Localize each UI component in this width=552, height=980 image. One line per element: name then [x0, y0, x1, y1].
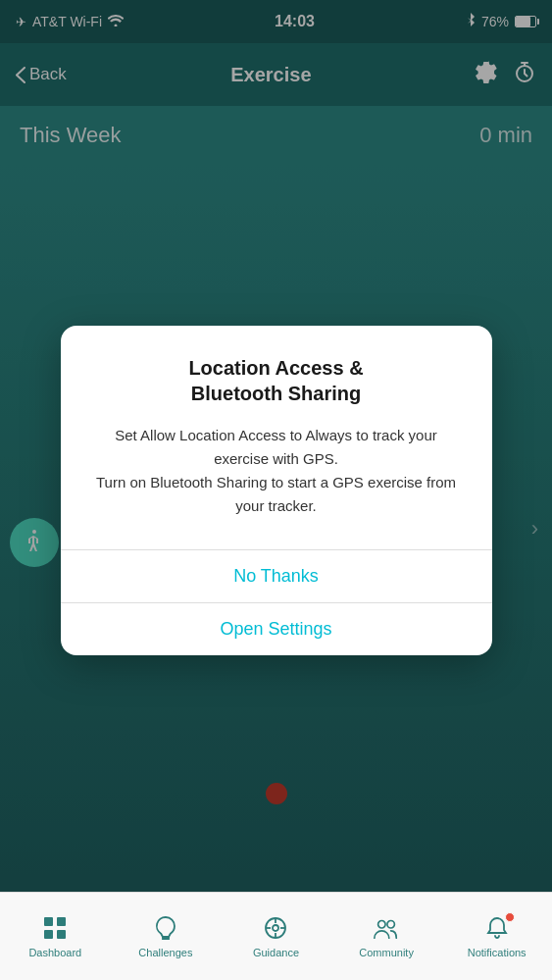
- modal-body: Set Allow Location Access to Always to t…: [88, 424, 465, 518]
- tab-notifications[interactable]: Notifications: [441, 914, 552, 958]
- community-icon: [373, 914, 400, 942]
- modal-title: Location Access & Bluetooth Sharing: [88, 355, 465, 406]
- tab-dashboard-label: Dashboard: [28, 947, 81, 958]
- open-settings-button[interactable]: Open Settings: [61, 603, 492, 655]
- svg-rect-4: [57, 930, 66, 939]
- svg-point-6: [273, 925, 278, 931]
- tab-bar: Dashboard Challenges Guidance: [0, 892, 552, 980]
- guidance-icon: [262, 914, 289, 942]
- no-thanks-button[interactable]: No Thanks: [61, 550, 492, 602]
- tab-challenges-label: Challenges: [138, 947, 192, 958]
- modal-content: Location Access & Bluetooth Sharing Set …: [61, 326, 492, 549]
- notification-badge: [505, 912, 515, 922]
- dashboard-icon: [41, 914, 69, 942]
- tab-guidance[interactable]: Guidance: [221, 914, 331, 958]
- challenges-icon: [152, 914, 179, 942]
- modal-overlay: Location Access & Bluetooth Sharing Set …: [0, 0, 552, 980]
- tab-guidance-label: Guidance: [253, 947, 299, 958]
- svg-point-12: [387, 921, 394, 928]
- tab-challenges[interactable]: Challenges: [111, 914, 222, 958]
- tab-community-label: Community: [359, 947, 414, 958]
- location-bluetooth-modal: Location Access & Bluetooth Sharing Set …: [61, 326, 492, 655]
- svg-rect-1: [44, 917, 53, 926]
- tab-notifications-label: Notifications: [468, 947, 527, 958]
- notifications-icon: [483, 914, 511, 942]
- svg-point-11: [378, 921, 385, 928]
- svg-rect-3: [44, 930, 53, 939]
- modal-title-text: Location Access & Bluetooth Sharing: [188, 357, 363, 404]
- svg-rect-2: [57, 917, 66, 926]
- modal-body-text: Set Allow Location Access to Always to t…: [96, 427, 456, 514]
- tab-community[interactable]: Community: [331, 914, 442, 958]
- tab-dashboard[interactable]: Dashboard: [0, 914, 111, 958]
